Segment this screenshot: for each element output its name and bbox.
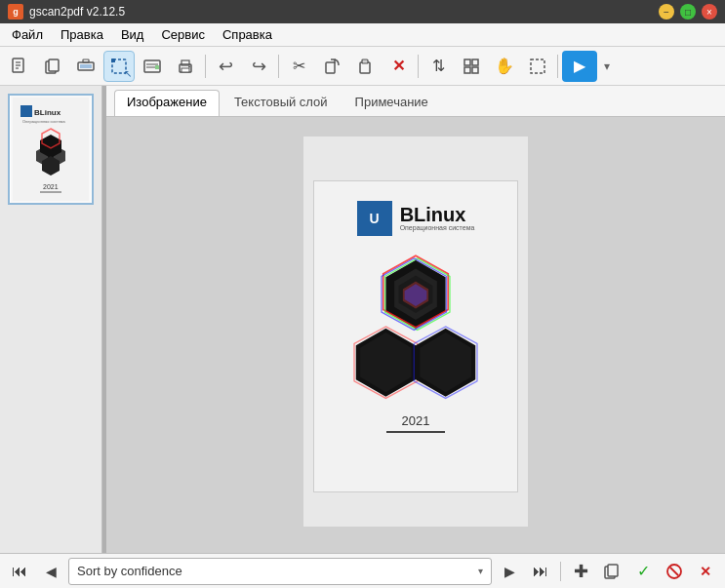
document-page: U BLinux Операционная система <box>303 137 528 527</box>
print-icon <box>177 58 194 75</box>
content-area: Изображение Текстовый слой Примечание U … <box>106 86 725 553</box>
hexagons-svg <box>347 241 484 412</box>
svg-rect-23 <box>472 59 478 65</box>
titlebar: g gscan2pdf v2.12.5 − □ × <box>0 0 725 23</box>
rotate-icon <box>323 58 341 75</box>
scan-line <box>386 431 445 433</box>
reject-icon <box>665 563 683 580</box>
redo-button[interactable]: ↪ <box>243 51 274 82</box>
copy-word-button[interactable] <box>598 558 625 585</box>
toolbar-sep-3 <box>418 55 419 78</box>
minimize-button[interactable]: − <box>659 4 674 20</box>
ocr-button[interactable] <box>137 51 168 82</box>
scan-year-area: 2021 <box>386 413 445 433</box>
next-page-button[interactable]: ▶ <box>496 558 523 585</box>
svg-rect-26 <box>531 59 544 73</box>
scan-subtitle: Операционная система <box>400 224 475 232</box>
dropdown-arrow-icon: ▾ <box>478 566 483 576</box>
tabs-bar: Изображение Текстовый слой Примечание <box>106 86 725 117</box>
svg-rect-19 <box>326 62 335 73</box>
svg-text:2021: 2021 <box>43 183 59 190</box>
titlebar-left: g gscan2pdf v2.12.5 <box>8 4 125 20</box>
last-page-button[interactable]: ⏭ <box>527 558 554 585</box>
svg-rect-25 <box>472 67 478 73</box>
copy-button[interactable] <box>37 51 68 82</box>
thumbnail-image: BLinux Операционная система 2021 <box>11 96 91 203</box>
new-page-icon <box>11 58 28 75</box>
cut-button[interactable]: ✂ <box>283 51 314 82</box>
scan-year: 2021 <box>386 413 445 428</box>
toolbar: ↖ ↩ ↪ ✂ ✕ ⇅ <box>0 47 725 86</box>
menu-file[interactable]: Файл <box>4 25 51 44</box>
accept-button[interactable]: ✓ <box>629 558 657 585</box>
logo-letter: U <box>370 211 380 226</box>
layout-button[interactable] <box>456 51 487 82</box>
main-area: 1 BLinux Операционная система 2021 <box>0 86 725 553</box>
reject-button[interactable] <box>661 558 688 585</box>
tab-note[interactable]: Примечание <box>342 90 441 116</box>
scan-hexagons-area <box>347 248 484 404</box>
scan-image: U BLinux Операционная система <box>313 180 518 492</box>
select-rect-icon <box>529 58 546 75</box>
new-page-button[interactable] <box>4 51 35 82</box>
thumbnail-page-1[interactable]: 1 BLinux Операционная система 2021 <box>8 94 94 205</box>
app-logo-icon: g <box>8 4 23 20</box>
prev-page-button[interactable]: ◀ <box>37 558 64 585</box>
svg-rect-21 <box>362 59 368 63</box>
menu-edit[interactable]: Правка <box>53 25 111 44</box>
svg-rect-7 <box>80 64 92 68</box>
toolbar-dropdown-arrow[interactable]: ▾ <box>599 51 615 82</box>
tab-text-layer[interactable]: Текстовый слой <box>222 90 341 116</box>
toolbar-sep-4 <box>557 55 558 78</box>
close-button[interactable]: × <box>702 4 717 20</box>
close-word-button[interactable]: ✕ <box>692 558 719 585</box>
svg-rect-10 <box>111 59 115 62</box>
copy-icon <box>44 58 61 75</box>
status-sep-1 <box>560 562 561 581</box>
svg-text:BLinux: BLinux <box>34 108 61 117</box>
scan-logo-right: BLinux Операционная система <box>400 205 475 232</box>
thumbnail-svg: BLinux Операционная система 2021 <box>13 98 89 201</box>
play-button[interactable]: ▶ <box>562 51 597 82</box>
paste-icon <box>356 58 374 75</box>
scan-button[interactable] <box>70 51 101 82</box>
maximize-button[interactable]: □ <box>680 4 696 20</box>
pan-button[interactable]: ✋ <box>489 51 520 82</box>
ocr-icon <box>143 58 161 75</box>
scan-logo-area: U BLinux Операционная система <box>357 201 475 236</box>
tab-image[interactable]: Изображение <box>114 90 220 116</box>
sort-button[interactable]: ⇅ <box>423 51 454 82</box>
paste-button[interactable] <box>349 51 381 82</box>
menubar: Файл Правка Вид Сервис Справка <box>0 23 725 47</box>
print-button[interactable] <box>170 51 201 82</box>
first-page-button[interactable]: ⏮ <box>6 558 33 585</box>
scan-logo-box: U <box>357 201 392 236</box>
thumbnails-panel: 1 BLinux Операционная система 2021 <box>0 86 102 553</box>
layout-icon <box>463 58 480 75</box>
copy-word-icon <box>603 563 621 580</box>
svg-rect-22 <box>464 59 470 65</box>
undo-button[interactable]: ↩ <box>210 51 241 82</box>
select-rect-button[interactable] <box>522 51 553 82</box>
window-title: gscan2pdf v2.12.5 <box>29 5 125 19</box>
toolbar-sep-1 <box>205 55 206 78</box>
svg-rect-28 <box>20 105 32 117</box>
svg-point-18 <box>188 65 190 67</box>
delete-button[interactable]: ✕ <box>383 51 414 82</box>
titlebar-controls: − □ × <box>659 4 717 20</box>
svg-text:Операционная система: Операционная система <box>22 119 66 124</box>
menu-service[interactable]: Сервис <box>153 25 213 44</box>
sort-confidence-dropdown[interactable]: Sort by confidence ▾ <box>68 558 492 585</box>
svg-rect-24 <box>464 67 470 73</box>
menu-help[interactable]: Справка <box>215 25 280 44</box>
menu-view[interactable]: Вид <box>113 25 152 44</box>
svg-rect-8 <box>83 59 89 62</box>
svg-rect-14 <box>155 65 159 69</box>
select-area-button[interactable]: ↖ <box>103 51 135 82</box>
scanner-icon <box>77 58 95 75</box>
svg-rect-53 <box>608 565 618 576</box>
page-canvas: U BLinux Операционная система <box>106 117 725 553</box>
add-word-button[interactable]: ✚ <box>567 558 594 585</box>
svg-rect-20 <box>360 62 370 73</box>
rotate-button[interactable] <box>316 51 347 82</box>
